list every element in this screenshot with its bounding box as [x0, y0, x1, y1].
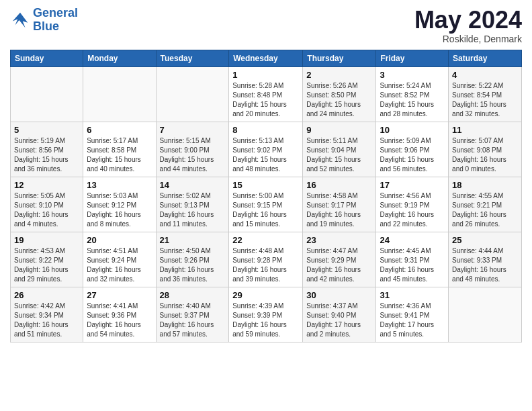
day-info: Sunrise: 4:44 AM Sunset: 9:33 PM Dayligh…	[452, 246, 518, 284]
day-info: Sunrise: 5:17 AM Sunset: 8:58 PM Dayligh…	[87, 136, 152, 174]
logo: General Blue	[10, 7, 78, 34]
week-row-4: 26Sunrise: 4:42 AM Sunset: 9:34 PM Dayli…	[11, 287, 522, 342]
day-number: 16	[306, 180, 372, 190]
logo-icon	[10, 10, 30, 30]
table-row: 24Sunrise: 4:45 AM Sunset: 9:31 PM Dayli…	[376, 232, 449, 287]
day-number: 31	[380, 290, 445, 300]
table-row: 25Sunrise: 4:44 AM Sunset: 9:33 PM Dayli…	[449, 232, 522, 287]
col-thursday: Thursday	[303, 50, 376, 66]
col-friday: Friday	[376, 50, 449, 66]
day-info: Sunrise: 5:13 AM Sunset: 9:02 PM Dayligh…	[232, 136, 299, 174]
table-row: 23Sunrise: 4:47 AM Sunset: 9:29 PM Dayli…	[303, 232, 376, 287]
day-number: 21	[160, 235, 226, 245]
table-row: 18Sunrise: 4:55 AM Sunset: 9:21 PM Dayli…	[449, 177, 522, 232]
week-row-1: 5Sunrise: 5:19 AM Sunset: 8:56 PM Daylig…	[11, 122, 522, 177]
table-row: 21Sunrise: 4:50 AM Sunset: 9:26 PM Dayli…	[156, 232, 229, 287]
day-number: 8	[232, 125, 299, 135]
table-row: 16Sunrise: 4:58 AM Sunset: 9:17 PM Dayli…	[303, 177, 376, 232]
day-number: 24	[380, 235, 445, 245]
day-info: Sunrise: 5:19 AM Sunset: 8:56 PM Dayligh…	[14, 136, 79, 174]
col-saturday: Saturday	[449, 50, 522, 66]
day-info: Sunrise: 4:51 AM Sunset: 9:24 PM Dayligh…	[87, 246, 152, 284]
day-number: 4	[452, 70, 518, 80]
table-row	[449, 287, 522, 342]
table-row: 31Sunrise: 4:36 AM Sunset: 9:41 PM Dayli…	[376, 287, 449, 342]
table-row: 29Sunrise: 4:39 AM Sunset: 9:39 PM Dayli…	[229, 287, 303, 342]
day-number: 18	[452, 180, 518, 190]
day-number: 30	[306, 290, 372, 300]
table-row: 8Sunrise: 5:13 AM Sunset: 9:02 PM Daylig…	[229, 122, 303, 177]
table-row: 17Sunrise: 4:56 AM Sunset: 9:19 PM Dayli…	[376, 177, 449, 232]
table-row	[83, 66, 156, 122]
day-number: 15	[232, 180, 299, 190]
day-info: Sunrise: 5:02 AM Sunset: 9:13 PM Dayligh…	[160, 191, 226, 229]
day-info: Sunrise: 4:47 AM Sunset: 9:29 PM Dayligh…	[306, 246, 372, 284]
week-row-3: 19Sunrise: 4:53 AM Sunset: 9:22 PM Dayli…	[11, 232, 522, 287]
day-number: 3	[380, 70, 445, 80]
logo-line2: Blue	[33, 19, 59, 33]
table-row: 30Sunrise: 4:37 AM Sunset: 9:40 PM Dayli…	[303, 287, 376, 342]
day-number: 25	[452, 235, 518, 245]
table-row: 3Sunrise: 5:24 AM Sunset: 8:52 PM Daylig…	[376, 66, 449, 122]
day-number: 6	[87, 125, 152, 135]
table-row: 6Sunrise: 5:17 AM Sunset: 8:58 PM Daylig…	[83, 122, 156, 177]
table-row: 5Sunrise: 5:19 AM Sunset: 8:56 PM Daylig…	[11, 122, 83, 177]
table-row: 26Sunrise: 4:42 AM Sunset: 9:34 PM Dayli…	[11, 287, 83, 342]
svg-marker-0	[13, 13, 28, 28]
day-number: 29	[232, 290, 299, 300]
day-info: Sunrise: 4:39 AM Sunset: 9:39 PM Dayligh…	[232, 302, 299, 339]
day-number: 13	[87, 180, 152, 190]
table-row: 1Sunrise: 5:28 AM Sunset: 8:48 PM Daylig…	[229, 66, 303, 122]
day-number: 19	[14, 235, 79, 245]
table-row: 7Sunrise: 5:15 AM Sunset: 9:00 PM Daylig…	[156, 122, 229, 177]
table-row: 13Sunrise: 5:03 AM Sunset: 9:12 PM Dayli…	[83, 177, 156, 232]
month-title: May 2024	[414, 7, 522, 34]
day-info: Sunrise: 5:15 AM Sunset: 9:00 PM Dayligh…	[160, 136, 226, 174]
day-info: Sunrise: 5:28 AM Sunset: 8:48 PM Dayligh…	[232, 81, 299, 119]
week-row-2: 12Sunrise: 5:05 AM Sunset: 9:10 PM Dayli…	[11, 177, 522, 232]
day-info: Sunrise: 4:45 AM Sunset: 9:31 PM Dayligh…	[380, 246, 445, 284]
day-info: Sunrise: 4:58 AM Sunset: 9:17 PM Dayligh…	[306, 191, 372, 229]
day-number: 10	[380, 125, 445, 135]
day-number: 2	[306, 70, 372, 80]
table-row: 20Sunrise: 4:51 AM Sunset: 9:24 PM Dayli…	[83, 232, 156, 287]
header: General Blue May 2024 Roskilde, Denmark	[10, 7, 522, 44]
table-row: 2Sunrise: 5:26 AM Sunset: 8:50 PM Daylig…	[303, 66, 376, 122]
table-row: 10Sunrise: 5:09 AM Sunset: 9:06 PM Dayli…	[376, 122, 449, 177]
col-sunday: Sunday	[11, 50, 83, 66]
day-number: 9	[306, 125, 372, 135]
day-info: Sunrise: 4:36 AM Sunset: 9:41 PM Dayligh…	[380, 302, 445, 339]
day-info: Sunrise: 4:55 AM Sunset: 9:21 PM Dayligh…	[452, 191, 518, 229]
day-number: 11	[452, 125, 518, 135]
table-row: 22Sunrise: 4:48 AM Sunset: 9:28 PM Dayli…	[229, 232, 303, 287]
day-info: Sunrise: 4:42 AM Sunset: 9:34 PM Dayligh…	[14, 302, 79, 339]
table-row	[156, 66, 229, 122]
day-info: Sunrise: 5:00 AM Sunset: 9:15 PM Dayligh…	[232, 191, 299, 229]
week-row-0: 1Sunrise: 5:28 AM Sunset: 8:48 PM Daylig…	[11, 66, 522, 122]
day-number: 28	[160, 290, 226, 300]
table-row: 4Sunrise: 5:22 AM Sunset: 8:54 PM Daylig…	[449, 66, 522, 122]
day-info: Sunrise: 4:48 AM Sunset: 9:28 PM Dayligh…	[232, 246, 299, 284]
col-monday: Monday	[83, 50, 156, 66]
header-row: Sunday Monday Tuesday Wednesday Thursday…	[11, 50, 522, 66]
day-info: Sunrise: 5:26 AM Sunset: 8:50 PM Dayligh…	[306, 81, 372, 119]
table-row: 9Sunrise: 5:11 AM Sunset: 9:04 PM Daylig…	[303, 122, 376, 177]
day-number: 22	[232, 235, 299, 245]
table-row: 12Sunrise: 5:05 AM Sunset: 9:10 PM Dayli…	[11, 177, 83, 232]
day-info: Sunrise: 5:03 AM Sunset: 9:12 PM Dayligh…	[87, 191, 152, 229]
calendar-table: Sunday Monday Tuesday Wednesday Thursday…	[10, 50, 522, 342]
day-info: Sunrise: 5:11 AM Sunset: 9:04 PM Dayligh…	[306, 136, 372, 174]
day-info: Sunrise: 5:24 AM Sunset: 8:52 PM Dayligh…	[380, 81, 445, 119]
day-number: 1	[232, 70, 299, 80]
day-number: 7	[160, 125, 226, 135]
day-info: Sunrise: 5:22 AM Sunset: 8:54 PM Dayligh…	[452, 81, 518, 119]
page: General Blue May 2024 Roskilde, Denmark …	[0, 0, 532, 349]
day-info: Sunrise: 4:40 AM Sunset: 9:37 PM Dayligh…	[160, 302, 226, 339]
table-row: 11Sunrise: 5:07 AM Sunset: 9:08 PM Dayli…	[449, 122, 522, 177]
logo-text: General Blue	[33, 7, 78, 34]
table-row: 27Sunrise: 4:41 AM Sunset: 9:36 PM Dayli…	[83, 287, 156, 342]
day-info: Sunrise: 4:56 AM Sunset: 9:19 PM Dayligh…	[380, 191, 445, 229]
day-info: Sunrise: 4:41 AM Sunset: 9:36 PM Dayligh…	[87, 302, 152, 339]
day-info: Sunrise: 4:37 AM Sunset: 9:40 PM Dayligh…	[306, 302, 372, 339]
title-section: May 2024 Roskilde, Denmark	[414, 7, 522, 44]
